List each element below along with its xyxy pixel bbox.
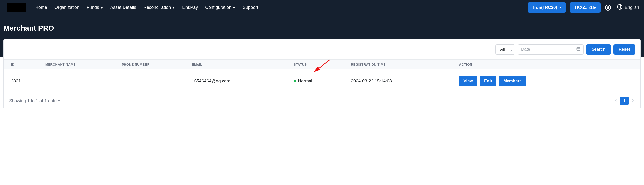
content: All Search Reset xyxy=(0,39,644,114)
filter-select-label: All xyxy=(500,47,505,52)
view-button-label: View xyxy=(464,79,473,83)
user-icon[interactable] xyxy=(604,4,612,11)
network-label: Tron(TRC20) xyxy=(532,5,557,10)
merchant-table: ID MERCHANT NAME PHONE NUMBER EMAIL STAT… xyxy=(4,59,640,93)
chevron-down-icon xyxy=(510,48,512,51)
cell-id: 2331 xyxy=(4,69,42,93)
search-button[interactable]: Search xyxy=(586,44,611,55)
th-action: ACTION xyxy=(456,60,640,69)
merchant-card: All Search Reset xyxy=(4,39,640,109)
edit-button-label: Edit xyxy=(484,79,492,83)
th-registration: REGISTRATION TIME xyxy=(348,60,456,69)
table-footer: Showing 1 to 1 of 1 entries 1 xyxy=(4,93,640,109)
chevron-down-icon xyxy=(233,7,235,8)
svg-rect-3 xyxy=(576,47,580,50)
filters-bar: All Search Reset xyxy=(4,39,640,59)
logo xyxy=(7,3,26,12)
wallet-label: TKXZ...r1fv xyxy=(574,5,596,10)
cell-registration: 2024-03-22 15:14:08 xyxy=(348,69,456,93)
cell-email: 16546464@qq.com xyxy=(188,69,290,93)
pager: 1 xyxy=(614,97,635,105)
table-header-row: ID MERCHANT NAME PHONE NUMBER EMAIL STAT… xyxy=(4,60,640,69)
network-selector[interactable]: Tron(TRC20) xyxy=(528,2,566,13)
nav-home-label: Home xyxy=(35,5,47,10)
pager-prev[interactable] xyxy=(614,98,618,104)
top-nav: Home Organization Funds Asset Details Re… xyxy=(0,0,644,15)
nav-asset-details-label: Asset Details xyxy=(110,5,136,10)
pager-page-current[interactable]: 1 xyxy=(620,97,628,105)
reset-button-label: Reset xyxy=(619,47,630,52)
nav-funds-label: Funds xyxy=(87,5,99,10)
th-status: STATUS xyxy=(290,60,348,69)
wallet-button[interactable]: TKXZ...r1fv xyxy=(570,2,601,13)
nav-asset-details[interactable]: Asset Details xyxy=(110,5,136,10)
language-selector[interactable]: English xyxy=(617,4,639,11)
svg-point-1 xyxy=(607,6,609,7)
status-label: Normal xyxy=(298,79,312,83)
nav-reconciliation-label: Reconciliation xyxy=(143,5,171,10)
cell-merchant-name xyxy=(42,69,118,93)
chevron-down-icon xyxy=(560,7,562,8)
pager-page-label: 1 xyxy=(623,98,626,103)
date-input[interactable] xyxy=(521,47,574,52)
members-button-label: Members xyxy=(503,79,522,83)
page-title: Merchant PRO xyxy=(0,15,644,32)
search-button-label: Search xyxy=(592,47,606,52)
calendar-icon xyxy=(576,47,580,52)
nav-organization[interactable]: Organization xyxy=(54,5,80,10)
nav-configuration[interactable]: Configuration xyxy=(205,5,235,10)
date-input-wrapper[interactable] xyxy=(518,44,584,55)
th-id: ID xyxy=(4,60,42,69)
pager-next[interactable] xyxy=(631,98,635,104)
language-label: English xyxy=(625,5,639,10)
nav-organization-label: Organization xyxy=(54,5,80,10)
nav-configuration-label: Configuration xyxy=(205,5,231,10)
nav-reconciliation[interactable]: Reconciliation xyxy=(143,5,175,10)
chevron-down-icon xyxy=(172,7,175,8)
members-button[interactable]: Members xyxy=(499,76,526,86)
th-email: EMAIL xyxy=(188,60,290,69)
chevron-down-icon xyxy=(100,7,103,8)
nav-links: Home Organization Funds Asset Details Re… xyxy=(35,5,528,10)
nav-support[interactable]: Support xyxy=(242,5,258,10)
nav-linkpay-label: LinkPay xyxy=(182,5,198,10)
globe-icon xyxy=(617,4,623,11)
nav-home[interactable]: Home xyxy=(35,5,47,10)
filter-select[interactable]: All xyxy=(496,44,515,55)
cell-phone: - xyxy=(118,69,188,93)
edit-button[interactable]: Edit xyxy=(480,76,496,86)
cell-status: Normal xyxy=(290,69,348,93)
status-dot-icon xyxy=(294,80,296,82)
nav-funds[interactable]: Funds xyxy=(87,5,103,10)
reset-button[interactable]: Reset xyxy=(613,44,636,55)
cell-action: View Edit Members xyxy=(456,69,640,93)
nav-linkpay[interactable]: LinkPay xyxy=(182,5,198,10)
entries-text: Showing 1 to 1 of 1 entries xyxy=(9,98,61,104)
th-merchant-name: MERCHANT NAME xyxy=(42,60,118,69)
header-right: Tron(TRC20) TKXZ...r1fv English xyxy=(528,2,639,13)
table-row: 2331 - 16546464@qq.com Normal 2024-03-22… xyxy=(4,69,640,93)
view-button[interactable]: View xyxy=(459,76,477,86)
nav-support-label: Support xyxy=(242,5,258,10)
th-phone: PHONE NUMBER xyxy=(118,60,188,69)
action-buttons: View Edit Members xyxy=(459,76,633,86)
